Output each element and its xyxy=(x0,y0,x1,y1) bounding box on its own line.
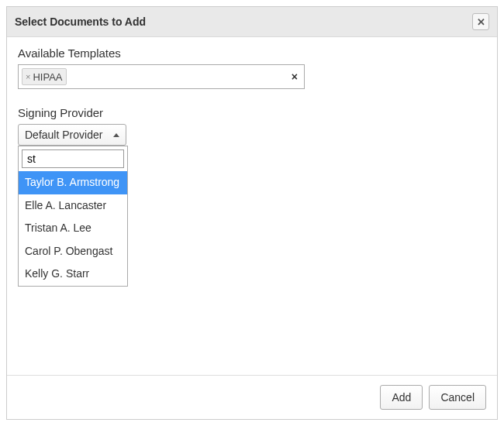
signing-dropdown-panel: Taylor B. Armstrong Elle A. Lancaster Tr… xyxy=(18,146,128,287)
signing-option-list[interactable]: Taylor B. Armstrong Elle A. Lancaster Tr… xyxy=(19,171,127,286)
templates-label: Available Templates xyxy=(18,46,486,60)
dialog-header: Select Documents to Add ✕ xyxy=(7,7,497,37)
close-icon: ✕ xyxy=(477,16,485,28)
cancel-button-label: Cancel xyxy=(440,391,475,404)
signing-option[interactable]: Kelly G. Starr xyxy=(19,263,127,286)
templates-input[interactable]: × HIPAA × xyxy=(18,64,305,89)
token-text: HIPAA xyxy=(33,71,62,83)
signing-option[interactable]: Elle A. Lancaster xyxy=(19,194,127,218)
dialog-footer: Add Cancel xyxy=(7,375,497,419)
signing-provider-block: Signing Provider Default Provider Taylor… xyxy=(18,106,486,146)
add-button-label: Add xyxy=(392,391,411,404)
signing-search-input[interactable] xyxy=(22,149,124,168)
clear-templates-icon[interactable]: × xyxy=(292,70,298,83)
signing-label: Signing Provider xyxy=(18,106,486,119)
chevron-up-icon xyxy=(113,133,119,137)
signing-selected-value: Default Provider xyxy=(25,129,102,141)
token-remove-icon[interactable]: × xyxy=(26,72,30,81)
signing-option[interactable]: Tristan A. Lee xyxy=(19,217,127,240)
template-token[interactable]: × HIPAA xyxy=(22,68,67,85)
close-button[interactable]: ✕ xyxy=(472,13,489,30)
cancel-button[interactable]: Cancel xyxy=(429,385,486,410)
dialog-title: Select Documents to Add xyxy=(15,15,146,28)
dialog-body: Available Templates × HIPAA × nsible Pro… xyxy=(7,37,497,375)
signing-option[interactable]: Taylor B. Armstrong xyxy=(19,171,127,194)
dialog: Select Documents to Add ✕ Available Temp… xyxy=(6,6,498,420)
add-button[interactable]: Add xyxy=(380,385,423,410)
signing-dropdown-toggle[interactable]: Default Provider xyxy=(18,124,126,146)
signing-option[interactable]: Carol P. Obengast xyxy=(19,240,127,263)
